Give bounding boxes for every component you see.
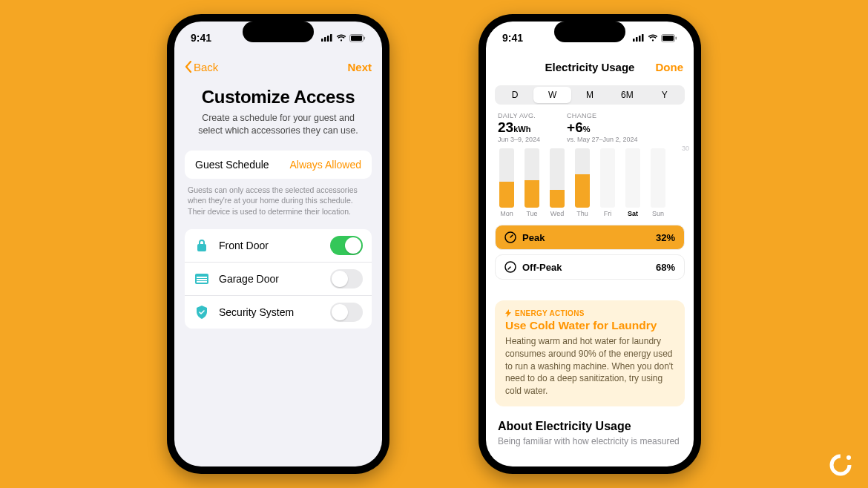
gauge-icon [504,231,516,243]
change-block: CHANGE +6% vs. May 27–Jun 2, 2024 [567,112,638,143]
daily-avg-block: DAILY AVG. 23kWh Jun 3–9, 2024 [498,112,540,143]
gauge-icon [504,261,516,273]
chevron-left-icon [185,61,192,73]
bar-label: Thu [576,210,588,217]
svg-rect-9 [197,277,207,278]
phone-left: 9:41 Back Next Customize Access Create a… [167,14,389,474]
accessory-row-garage: Garage Door [185,263,372,296]
segment-Y[interactable]: Y [646,87,683,103]
energy-tip-card[interactable]: ENERGY ACTIONS Use Cold Water for Laundr… [495,300,685,406]
wifi-icon [336,34,346,42]
accessory-label: Garage Door [219,273,330,285]
accessory-label: Security System [219,306,330,318]
guest-schedule-row[interactable]: Guest Schedule Always Allowed [185,151,372,179]
status-icons [633,34,677,42]
content: Customize Access Create a schedule for y… [174,79,382,329]
accessories-list: Front Door Garage Door Security System [185,229,372,329]
status-time: 9:41 [502,32,523,44]
next-button[interactable]: Next [347,61,372,73]
bar-sun[interactable]: Sun [649,148,667,217]
accessory-row-security: Security System [185,296,372,329]
schedule-label: Guest Schedule [195,159,269,171]
toggle-security[interactable] [330,303,363,322]
change-caption: CHANGE [567,112,638,119]
page-title: Customize Access [185,87,372,108]
schedule-value: Always Allowed [290,159,362,171]
lock-icon [194,237,210,254]
svg-rect-12 [633,39,635,42]
bar-sat[interactable]: Sat [624,148,642,217]
battery-icon [661,34,677,42]
signal-icon [321,34,333,42]
page-subtitle: Create a schedule for your guest and sel… [185,112,372,137]
bar-label: Sun [652,210,664,217]
bar-label: Wed [550,210,564,217]
bar-wed[interactable]: Wed [548,148,566,217]
bar-mon[interactable]: Mon [498,148,516,217]
page-title: Electricity Usage [545,61,635,73]
svg-rect-18 [676,36,677,39]
wifi-icon [648,34,658,42]
y-max-label: 30 [682,145,689,152]
segment-M[interactable]: M [571,87,608,103]
avg-period: Jun 3–9, 2024 [498,136,540,143]
bar-label: Fri [604,210,612,217]
usage-chart: 30 MonTueWedThuFriSatSun [486,145,694,219]
change-period: vs. May 27–Jun 2, 2024 [567,136,638,143]
notch [554,22,625,42]
bar-tue[interactable]: Tue [523,148,541,217]
svg-rect-14 [639,36,641,42]
tip-body: Heating warm and hot water for laundry c… [505,335,674,398]
done-button[interactable]: Done [656,61,684,73]
tip-kicker-text: ENERGY ACTIONS [515,309,585,317]
svg-rect-6 [364,36,366,39]
accessory-label: Front Door [219,240,330,251]
svg-rect-2 [327,36,329,42]
segment-D[interactable]: D [496,87,533,103]
offpeak-value: 68% [656,262,675,273]
bar-label: Sat [628,210,638,217]
battery-icon [349,34,366,42]
back-button[interactable]: Back [185,61,218,73]
watermark-icon [828,452,853,478]
accessory-row-front-door: Front Door [185,229,372,263]
tip-headline: Use Cold Water for Laundry [505,319,674,332]
svg-rect-15 [642,34,644,42]
svg-rect-10 [197,279,207,280]
stats-row: DAILY AVG. 23kWh Jun 3–9, 2024 CHANGE +6… [486,109,694,145]
shield-icon [194,304,210,320]
svg-rect-5 [351,36,362,41]
svg-rect-0 [321,39,323,42]
offpeak-label: Off-Peak [522,262,562,273]
time-range-segmented: DWM6MY [495,85,685,105]
segment-6M[interactable]: 6M [608,87,645,103]
nav-bar: Electricity Usage Done [486,54,694,79]
help-text: Guests can only access the selected acce… [185,185,372,217]
peak-row[interactable]: Peak 32% [495,225,685,250]
svg-rect-3 [330,34,332,42]
avg-unit: kWh [513,125,530,133]
about-body: Being familiar with how electricity is m… [498,436,682,446]
bolt-icon [505,309,512,317]
toggle-front-door[interactable] [330,236,363,255]
svg-point-21 [832,456,849,474]
bar-fri[interactable]: Fri [599,148,617,217]
svg-rect-17 [662,36,674,41]
bar-label: Mon [500,210,513,217]
segment-W[interactable]: W [533,87,571,103]
notch [243,22,314,42]
split-rows: Peak 32% Off-Peak 68% [486,219,694,286]
avg-caption: DAILY AVG. [498,112,540,119]
status-time: 9:41 [191,32,211,44]
toggle-garage[interactable] [330,269,363,288]
signal-icon [633,34,645,42]
tip-kicker: ENERGY ACTIONS [505,309,674,317]
bar-thu[interactable]: Thu [573,148,591,217]
avg-value: 23 [498,119,513,135]
segmented-wrap: DWM6MY [486,79,694,109]
garage-icon [194,271,210,287]
peak-label: Peak [522,232,545,243]
about-title: About Electricity Usage [498,420,682,433]
status-icons [321,34,366,42]
offpeak-row[interactable]: Off-Peak 68% [495,254,685,280]
